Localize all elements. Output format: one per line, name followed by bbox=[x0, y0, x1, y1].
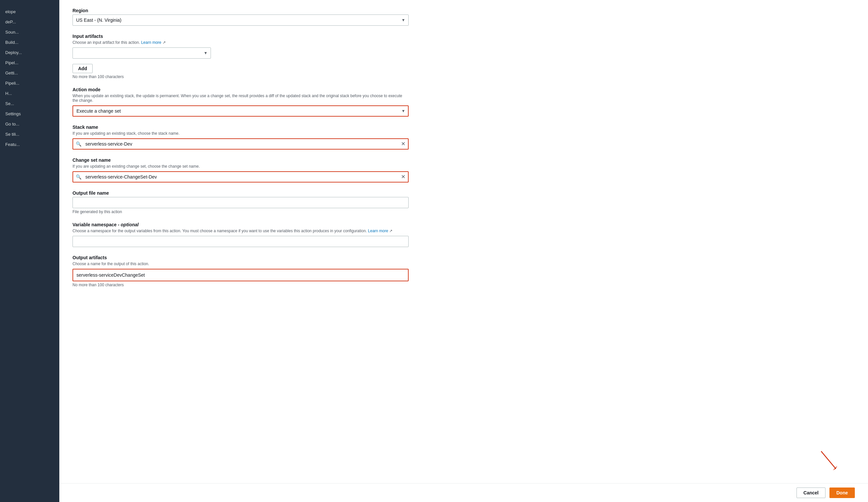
change-set-name-section: Change set name If you are updating an e… bbox=[72, 157, 409, 182]
input-artifacts-sublabel: Choose an input artifact for this action… bbox=[72, 40, 409, 45]
done-button[interactable]: Done bbox=[829, 488, 855, 498]
cancel-button[interactable]: Cancel bbox=[796, 488, 826, 498]
sidebar-item-sound[interactable]: Soun... bbox=[0, 27, 59, 37]
sidebar-item-pipeli2[interactable]: Pipeli... bbox=[0, 78, 59, 88]
change-set-search-icon: 🔍 bbox=[73, 174, 84, 179]
footer-actions: Cancel Done bbox=[59, 483, 868, 502]
sidebar: elope deP... Soun... Build... Deploy... … bbox=[0, 0, 59, 502]
output-file-name-label: Output file name bbox=[72, 190, 409, 196]
variable-namespace-external-link-icon: ↗ bbox=[389, 229, 392, 233]
region-section: Region US East - (N. Virginia) US West -… bbox=[72, 8, 409, 26]
output-artifacts-input[interactable] bbox=[73, 270, 271, 281]
region-label: Region bbox=[72, 8, 409, 13]
sidebar-item-dep[interactable]: deP... bbox=[0, 17, 59, 27]
sidebar-item-se[interactable]: Se... bbox=[0, 98, 59, 109]
sidebar-item-setili[interactable]: Se tili... bbox=[0, 129, 59, 139]
stack-name-label: Stack name bbox=[72, 125, 409, 130]
main-content: Region US East - (N. Virginia) US West -… bbox=[59, 0, 868, 502]
output-artifacts-input-wrapper bbox=[72, 269, 409, 281]
variable-namespace-learn-more-link[interactable]: Learn more bbox=[368, 229, 388, 233]
action-mode-select[interactable]: Execute a change set Create or update a … bbox=[72, 105, 409, 117]
action-mode-section: Action mode When you update an existing … bbox=[72, 87, 409, 117]
stack-name-clear-button[interactable]: ✕ bbox=[399, 141, 408, 147]
change-set-name-input[interactable] bbox=[84, 174, 399, 179]
sidebar-item-h[interactable]: H... bbox=[0, 88, 59, 98]
sidebar-item-featu[interactable]: Featu... bbox=[0, 139, 59, 149]
input-artifacts-hint: No more than 100 characters bbox=[72, 74, 409, 79]
output-file-name-section: Output file name File generated by this … bbox=[72, 190, 409, 214]
sidebar-item-goto[interactable]: Go to... bbox=[0, 119, 59, 129]
stack-name-section: Stack name If you are updating an existi… bbox=[72, 125, 409, 149]
input-artifacts-select-wrapper: ▼ bbox=[72, 48, 211, 59]
input-artifacts-label: Input artifacts bbox=[72, 34, 409, 39]
output-file-name-input[interactable] bbox=[72, 197, 409, 208]
input-artifacts-section: Input artifacts Choose an input artifact… bbox=[72, 34, 409, 79]
action-mode-sublabel: When you update an existing stack, the u… bbox=[72, 94, 409, 103]
action-mode-select-wrapper: Execute a change set Create or update a … bbox=[72, 105, 409, 117]
add-artifact-button[interactable]: Add bbox=[72, 64, 93, 73]
variable-namespace-input[interactable] bbox=[72, 236, 409, 247]
stack-name-search-icon: 🔍 bbox=[73, 141, 84, 147]
output-artifacts-label: Output artifacts bbox=[72, 255, 409, 260]
variable-namespace-sublabel: Choose a namespace for the output variab… bbox=[72, 229, 409, 233]
stack-name-input-wrapper: 🔍 ✕ bbox=[72, 138, 409, 149]
change-set-name-sublabel: If you are updating an existing change s… bbox=[72, 164, 409, 169]
svg-marker-1 bbox=[833, 466, 837, 470]
stack-name-input[interactable] bbox=[84, 141, 399, 147]
change-set-name-label: Change set name bbox=[72, 157, 409, 163]
sidebar-item-build[interactable]: Build... bbox=[0, 37, 59, 48]
svg-line-0 bbox=[821, 451, 836, 469]
stack-name-sublabel: If you are updating an existing stack, c… bbox=[72, 131, 409, 136]
change-set-name-clear-button[interactable]: ✕ bbox=[399, 174, 408, 179]
output-artifacts-hint: No more than 100 characters bbox=[72, 283, 409, 287]
form-container: Region US East - (N. Virginia) US West -… bbox=[59, 0, 422, 322]
region-select[interactable]: US East - (N. Virginia) US West - (Orego… bbox=[72, 14, 409, 26]
region-select-wrapper: US East - (N. Virginia) US West - (Orego… bbox=[72, 14, 409, 26]
sidebar-item-elope[interactable]: elope bbox=[0, 7, 59, 17]
variable-namespace-label: Variable namespace - optional bbox=[72, 222, 409, 227]
output-artifacts-section: Output artifacts Choose a name for the o… bbox=[72, 255, 409, 287]
sidebar-item-getti[interactable]: Getti... bbox=[0, 68, 59, 78]
input-artifacts-learn-more-link[interactable]: Learn more bbox=[141, 40, 161, 45]
external-link-icon: ↗ bbox=[163, 40, 166, 45]
sidebar-item-pipeline[interactable]: Pipel... bbox=[0, 57, 59, 68]
variable-namespace-section: Variable namespace - optional Choose a n… bbox=[72, 222, 409, 247]
action-mode-label: Action mode bbox=[72, 87, 409, 92]
change-set-name-input-wrapper: 🔍 ✕ bbox=[72, 171, 409, 182]
output-artifacts-sublabel: Choose a name for the output of this act… bbox=[72, 262, 409, 266]
sidebar-item-deploy[interactable]: Deploy... bbox=[0, 48, 59, 57]
input-artifacts-select[interactable] bbox=[72, 48, 211, 59]
arrow-annotation bbox=[815, 448, 841, 475]
output-file-name-hint: File generated by this action bbox=[72, 209, 409, 214]
sidebar-item-settings[interactable]: Settings bbox=[0, 109, 59, 119]
